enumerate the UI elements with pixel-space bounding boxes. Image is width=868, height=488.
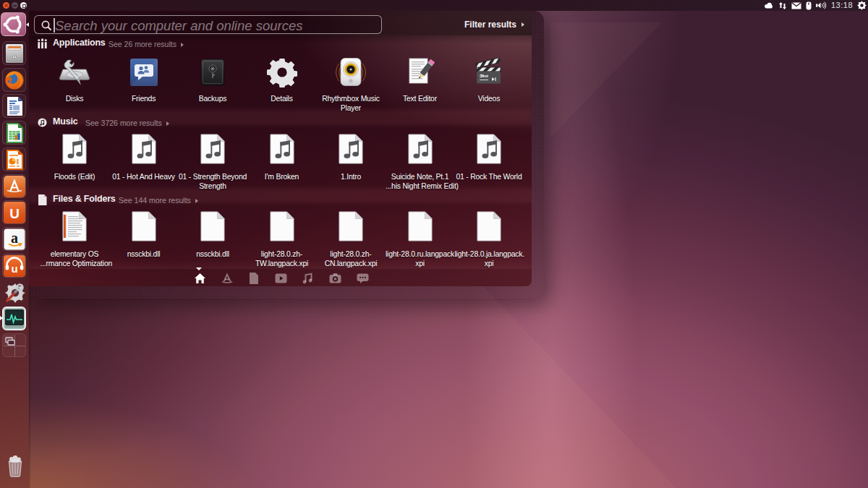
svg-text:Test: Test [480, 74, 488, 78]
svg-text:U: U [9, 206, 20, 221]
svg-text:a: a [11, 230, 18, 246]
svg-text:u: u [11, 262, 17, 275]
